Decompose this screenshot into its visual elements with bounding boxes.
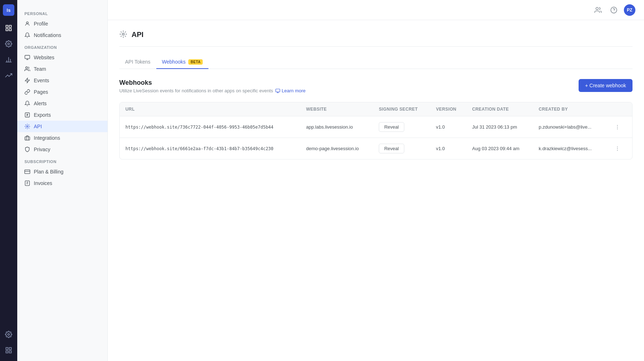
reveal-button-2[interactable]: Reveal: [379, 144, 404, 153]
webhook-version-1: v1.0: [430, 116, 466, 138]
webhooks-section-info: Webhooks Utilize LiveSession events for …: [119, 79, 305, 93]
webhook-url-1: https://webhook.site/736c7722-044f-4056-…: [120, 116, 300, 138]
main-area: PZ API API Tokens Webhooks BETA: [108, 0, 644, 361]
gear-bottom-icon[interactable]: [2, 328, 15, 341]
sidebar-item-alerts[interactable]: Alerts: [17, 98, 107, 109]
svg-point-34: [617, 127, 618, 128]
svg-rect-13: [9, 351, 12, 353]
webhooks-table: URL Website Signing secret Version Creat…: [120, 102, 632, 159]
sidebar-item-notifications[interactable]: Notifications: [17, 29, 107, 41]
svg-rect-30: [276, 89, 280, 92]
col-created-by: Created by: [533, 102, 606, 116]
page-title: API: [132, 31, 143, 39]
team-icon: [24, 66, 30, 72]
chart-icon[interactable]: [2, 53, 15, 66]
more-options-button-1[interactable]: [612, 123, 623, 131]
webhooks-section-desc: Utilize LiveSession events for notificat…: [119, 88, 305, 93]
webhooks-table-container: URL Website Signing secret Version Creat…: [119, 102, 632, 159]
alerts-label: Alerts: [34, 101, 47, 106]
help-icon[interactable]: [608, 4, 620, 16]
sidebar-item-pages[interactable]: Pages: [17, 86, 107, 98]
reveal-button-1[interactable]: Reveal: [379, 122, 404, 132]
svg-rect-12: [6, 351, 8, 353]
svg-point-37: [617, 148, 618, 149]
user-avatar[interactable]: PZ: [624, 4, 635, 16]
trend-icon[interactable]: [2, 69, 15, 82]
create-webhook-label: + Create webhook: [585, 83, 626, 88]
invoices-icon: [24, 180, 30, 186]
sidebar-item-events[interactable]: Events: [17, 75, 107, 86]
personal-section-label: Personal: [17, 7, 107, 18]
webhooks-tab-label: Webhooks: [162, 59, 186, 65]
exports-label: Exports: [34, 112, 51, 118]
webhook-version-2: v1.0: [430, 138, 466, 159]
topbar: PZ: [108, 0, 644, 20]
webhook-url-2: https://webhook.site/6661e2aa-f7dc-43b1-…: [120, 138, 300, 159]
content-area: API API Tokens Webhooks BETA Webhooks Ut…: [108, 20, 644, 361]
people-icon[interactable]: [592, 4, 604, 16]
sidebar-item-team[interactable]: Team: [17, 63, 107, 75]
settings-icon[interactable]: [2, 37, 15, 50]
svg-point-36: [617, 147, 618, 147]
webhook-secret-2: Reveal: [373, 138, 430, 159]
sidebar-item-exports[interactable]: Exports: [17, 109, 107, 121]
create-webhook-button[interactable]: + Create webhook: [579, 79, 632, 92]
webhook-date-2: Aug 03 2023 09:44 am: [466, 138, 533, 159]
api-label: API: [34, 124, 42, 129]
learn-more-text: Learn more: [282, 88, 305, 93]
svg-rect-11: [9, 348, 12, 350]
sidebar-item-invoices[interactable]: Invoices: [17, 177, 107, 189]
api-page-icon: [119, 30, 127, 39]
privacy-icon: [24, 147, 30, 152]
svg-rect-15: [25, 55, 29, 59]
svg-point-9: [8, 334, 10, 335]
tab-webhooks[interactable]: Webhooks BETA: [156, 55, 209, 69]
svg-point-26: [596, 7, 598, 10]
pages-label: Pages: [34, 89, 48, 95]
app-logo[interactable]: ls: [3, 4, 14, 16]
webhook-creator-2: k.drazkiewicz@livesess...: [533, 138, 606, 159]
col-version: Version: [430, 102, 466, 116]
svg-rect-3: [9, 29, 12, 31]
sidebar-item-plan-billing[interactable]: Plan & Billing: [17, 166, 107, 177]
svg-rect-23: [25, 170, 30, 174]
notifications-label: Notifications: [34, 32, 61, 38]
more-options-button-2[interactable]: [612, 144, 623, 153]
webhooks-section-title: Webhooks: [119, 79, 305, 87]
svg-point-38: [617, 150, 618, 151]
grid-icon[interactable]: [2, 22, 15, 34]
events-label: Events: [34, 78, 49, 83]
profile-label: Profile: [34, 21, 48, 27]
exports-icon: [24, 112, 30, 118]
events-icon: [24, 78, 30, 83]
tab-api-tokens[interactable]: API Tokens: [119, 55, 156, 69]
table-row: https://webhook.site/736c7722-044f-4056-…: [120, 116, 632, 138]
col-signing-secret: Signing secret: [373, 102, 430, 116]
table-row: https://webhook.site/6661e2aa-f7dc-43b1-…: [120, 138, 632, 159]
sidebar-item-profile[interactable]: Profile: [17, 18, 107, 29]
svg-rect-10: [6, 348, 8, 350]
sidebar: Personal Profile Notifications Organizat…: [17, 0, 108, 361]
websites-label: Websites: [34, 55, 54, 60]
svg-point-35: [617, 128, 618, 129]
webhook-actions-1: [606, 116, 632, 138]
sidebar-item-integrations[interactable]: Integrations: [17, 132, 107, 144]
table-header-row: URL Website Signing secret Version Creat…: [120, 102, 632, 116]
rail-bottom: [2, 328, 15, 357]
webhook-website-1: app.labs.livesession.io: [300, 116, 373, 138]
sidebar-item-websites[interactable]: Websites: [17, 52, 107, 63]
apps-bottom-icon[interactable]: [2, 344, 15, 357]
col-creation-date: Creation date: [466, 102, 533, 116]
learn-more-link[interactable]: Learn more: [275, 88, 305, 93]
sidebar-item-api[interactable]: API: [17, 121, 107, 132]
privacy-label: Privacy: [34, 147, 50, 152]
svg-rect-0: [6, 26, 8, 28]
team-label: Team: [34, 66, 46, 72]
col-actions: [606, 102, 632, 116]
webhooks-section-header: Webhooks Utilize LiveSession events for …: [119, 79, 632, 93]
sidebar-item-privacy[interactable]: Privacy: [17, 144, 107, 155]
api-icon: [24, 124, 30, 129]
svg-point-29: [122, 33, 124, 35]
icon-rail: ls: [0, 0, 17, 361]
svg-point-33: [617, 125, 618, 126]
